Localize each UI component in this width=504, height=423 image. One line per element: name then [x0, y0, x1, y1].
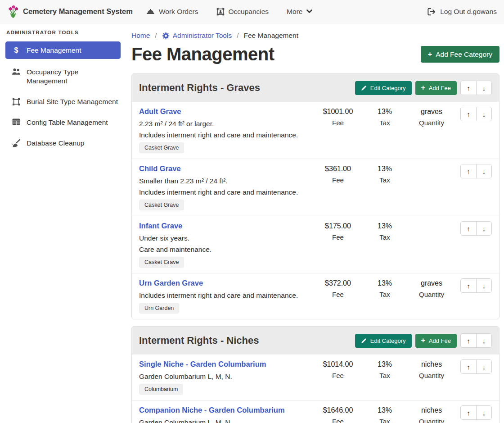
fee-amount-label: Fee	[311, 176, 365, 184]
tax-column: 13% Tax	[365, 405, 405, 423]
fee-name-link[interactable]: Infant Grave	[139, 221, 311, 231]
sign-out-icon	[427, 8, 436, 16]
move-category-up-button[interactable]: ↑	[461, 334, 476, 347]
occupancy-frame-icon	[216, 8, 225, 16]
main-content: Home / Administrator Tool	[126, 23, 504, 423]
fee-name-link[interactable]: Child Grave	[139, 164, 311, 173]
sidebar-item-label: Burial Site Type Management	[27, 97, 118, 106]
fee-row: Infant Grave Under six years. Care and m…	[132, 216, 499, 273]
tax-column: 13% Tax	[365, 221, 405, 241]
sidebar-item-burial-site-type-management[interactable]: Burial Site Type Management	[0, 93, 126, 110]
fee-description-2: Care and maintenance.	[139, 245, 311, 254]
fee-reorder-group: ↑ ↓	[460, 278, 492, 293]
move-fee-down-button[interactable]: ↓	[476, 360, 491, 373]
quantity-label: Quantity	[405, 418, 459, 423]
move-fee-down-button[interactable]: ↓	[476, 222, 491, 235]
page-title: Fee Management	[131, 44, 274, 64]
fee-amount-label: Fee	[311, 291, 365, 298]
fee-amount-column: $175.00 Fee	[311, 221, 365, 241]
move-fee-up-button[interactable]: ↑	[461, 279, 476, 292]
fee-info: Companion Niche - Garden Columbarium Gar…	[139, 405, 311, 423]
breadcrumb-home-link[interactable]: Home	[131, 32, 150, 40]
fee-type-badge: Casket Grave	[139, 142, 184, 153]
pencil-icon	[361, 85, 367, 91]
fee-description-1: Garden Columbarium L, M, N.	[139, 372, 311, 381]
fee-info: Infant Grave Under six years. Care and m…	[139, 221, 311, 268]
sidebar-item-occupancy-type-management[interactable]: Occupancy Type Management	[0, 64, 126, 90]
category-reorder-group: ↑ ↓	[460, 81, 492, 95]
sidebar-item-fee-management[interactable]: $ Fee Management	[5, 41, 121, 59]
add-fee-category-button[interactable]: + Add Fee Category	[421, 46, 500, 63]
edit-category-label: Edit Category	[370, 337, 406, 344]
fee-reorder-group: ↑ ↓	[460, 221, 492, 236]
tax-column: 13% Tax	[365, 278, 405, 298]
pencil-icon	[361, 338, 367, 344]
move-fee-up-button[interactable]: ↑	[461, 406, 476, 419]
edit-category-button[interactable]: Edit Category	[355, 81, 412, 95]
move-fee-down-button[interactable]: ↓	[476, 279, 491, 292]
fee-amount-column: $361.00 Fee	[311, 164, 365, 184]
add-fee-button[interactable]: + Add Fee	[415, 334, 457, 348]
fee-description-1: Garden Columbarium L, M, N,	[139, 418, 311, 423]
sidebar-item-label: Occupancy Type Management	[27, 68, 120, 86]
table-icon	[12, 118, 21, 125]
move-fee-up-button[interactable]: ↑	[461, 222, 476, 235]
quantity-column: niches Quantity	[405, 359, 459, 379]
sidebar-item-label: Database Cleanup	[27, 139, 84, 148]
category-title: Interment Rights - Niches	[139, 335, 355, 346]
move-category-up-button[interactable]: ↑	[461, 81, 476, 95]
logout-button[interactable]: Log Out d.gowans	[427, 8, 497, 16]
tax-label: Tax	[365, 119, 405, 127]
fee-description-1: Smaller than 2.23 m² / 24 ft².	[139, 177, 311, 185]
move-fee-up-button[interactable]: ↑	[461, 164, 476, 178]
tax-label: Tax	[365, 291, 405, 298]
fee-rows: Single Niche - Garden Columbarium Garden…	[132, 355, 499, 423]
move-fee-down-button[interactable]: ↓	[476, 406, 491, 419]
logout-label: Log Out d.gowans	[440, 8, 497, 16]
move-fee-up-button[interactable]: ↑	[461, 360, 476, 373]
sidebar-item-label: Fee Management	[27, 46, 81, 55]
tulip-logo-icon	[7, 5, 19, 19]
quantity-label: Quantity	[405, 119, 459, 127]
users-icon	[12, 68, 21, 75]
fee-info: Adult Grave 2.23 m² / 24 ft² or larger. …	[139, 107, 311, 153]
tax-label: Tax	[365, 233, 405, 241]
nav-work-orders[interactable]: Work Orders	[146, 8, 198, 16]
fee-amount: $1014.00	[311, 360, 365, 369]
move-fee-up-button[interactable]: ↑	[461, 107, 476, 121]
sidebar-item-config-table-management[interactable]: Config Table Management	[0, 114, 126, 131]
quantity-value: graves	[405, 107, 459, 116]
sidebar-item-database-cleanup[interactable]: Database Cleanup	[0, 135, 126, 152]
fee-amount-label: Fee	[311, 233, 365, 241]
fee-name-link[interactable]: Urn Garden Grave	[139, 278, 311, 288]
nav-more-menu[interactable]: More	[287, 8, 312, 16]
fee-row: Single Niche - Garden Columbarium Garden…	[132, 355, 499, 400]
move-category-down-button[interactable]: ↓	[476, 334, 491, 347]
plus-icon: +	[428, 51, 432, 58]
fee-description-1: 2.23 m² / 24 ft² or larger.	[139, 119, 311, 128]
fee-name-link[interactable]: Companion Niche - Garden Columbarium	[139, 405, 311, 415]
app-brand[interactable]: Cemetery Management System	[7, 5, 133, 19]
fee-name-link[interactable]: Adult Grave	[139, 107, 311, 116]
fee-name-link[interactable]: Single Niche - Garden Columbarium	[139, 359, 311, 369]
category-reorder-group: ↑ ↓	[460, 333, 492, 348]
fee-description-1: Includes interment right and care and ma…	[139, 291, 311, 300]
move-category-down-button[interactable]: ↓	[476, 81, 491, 95]
edit-category-button[interactable]: Edit Category	[355, 334, 412, 348]
fee-amount: $361.00	[311, 164, 365, 173]
nav-links: Work Orders Occupancies More	[146, 8, 313, 16]
breadcrumb-admin-tools-link[interactable]: Administrator Tools	[162, 32, 232, 40]
move-fee-down-button[interactable]: ↓	[476, 164, 491, 178]
quantity-column: graves Quantity	[405, 278, 459, 298]
nav-occupancies[interactable]: Occupancies	[216, 8, 269, 16]
fee-row: Child Grave Smaller than 2.23 m² / 24 ft…	[132, 159, 499, 216]
breadcrumb: Home / Administrator Tool	[131, 32, 500, 40]
fee-description-2: Includes interment right and care and ma…	[139, 188, 311, 196]
tax-value: 13%	[365, 360, 405, 369]
fee-row: Urn Garden Grave Includes interment righ…	[132, 273, 499, 319]
move-fee-down-button[interactable]: ↓	[476, 107, 491, 121]
tax-label: Tax	[365, 372, 405, 379]
add-fee-button[interactable]: + Add Fee	[415, 81, 457, 95]
fee-category-card: Interment Rights - Graves Edit Category …	[131, 73, 500, 319]
fee-type-badge: Columbarium	[139, 384, 183, 395]
